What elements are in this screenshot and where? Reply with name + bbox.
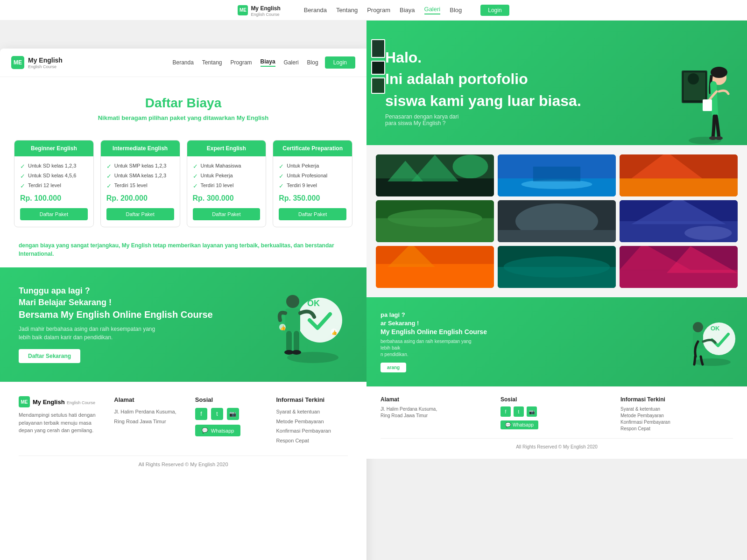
feature-beginner-1: ✓ Untuk SD kelas 1,2,3 [20,163,88,170]
rf-twitter-icon[interactable]: t [514,406,524,417]
svg-rect-4 [285,308,300,332]
frame-3 [371,77,385,94]
left-nav-beranda[interactable]: Beranda [172,59,193,66]
rf-whatsapp-label: Whatsapp [513,422,534,427]
check-icon-1: ✓ [20,163,25,170]
global-nav-biaya[interactable]: Biaya [400,7,415,14]
rf-info-link-3[interactable]: Konfirmasi Pembayaran [620,420,733,425]
rf-address-col: Alamat Jl. Halim Perdana Kusuma, Ring Ro… [381,396,493,433]
svg-text:👍: 👍 [280,325,286,331]
check-icon-7: ✓ [193,163,198,170]
global-nav-beranda[interactable]: Beranda [304,7,327,14]
footer-info-link-4[interactable]: Respon Cepat [276,437,348,445]
check-icon-5: ✓ [106,173,112,180]
left-nav-program[interactable]: Program [231,59,252,66]
global-nav-blog[interactable]: Blog [450,7,462,14]
left-nav-tentang[interactable]: Tentang [202,59,222,66]
gallery-grid [366,145,747,297]
whatsapp-label: Whatsapp [211,428,234,434]
right-footer: Alamat Jl. Halim Perdana Kusuma, Ring Ro… [366,386,747,459]
global-nav-galeri[interactable]: Galeri [424,6,441,14]
svg-rect-34 [620,178,738,196]
pricing-card-certificate: Certificate Preparation ✓ Untuk Pekerja … [273,140,352,227]
footer-brand-name: My English [33,399,65,406]
frame-1 [371,39,385,58]
right-cta-banner: pa lagi ? ar Sekarang ! My English Onlin… [366,297,747,386]
left-nav-biaya[interactable]: Biaya [261,58,275,67]
pricing-section: Daftar Biaya Nikmati beragam pilihan pak… [0,77,366,131]
rf-info-link-1[interactable]: Syarat & ketentuan [620,406,733,412]
gallery-item-9 [620,246,738,288]
left-footer: ME My English English Course Mendampingi… [0,382,366,476]
daftar-btn-beginner[interactable]: Daftar Paket [20,208,88,220]
gallery-item-4 [376,200,494,242]
footer-grid: ME My English English Course Mendampingi… [19,396,348,446]
rf-social-col: Sosial f t 📷 💬 Whatsapp [500,396,613,433]
cta-line3: Bersama My English Online English Course [19,309,213,320]
svg-rect-6 [294,331,299,352]
right-cta-line3: My English Online English Course [381,328,487,336]
rf-info-col: Informasi Terkini Syarat & ketentuan Met… [620,396,733,433]
global-brand-sub: English Course [251,12,280,17]
global-nav-program[interactable]: Program [367,7,390,14]
check-icon-3: ✓ [20,182,25,189]
global-brand-name: My English [251,5,280,12]
whatsapp-button[interactable]: 💬 Whatsapp [195,425,241,436]
check-icon-12: ✓ [279,182,284,189]
cta-daftar-button[interactable]: Daftar Sekarang [19,349,80,363]
rf-info-link-2[interactable]: Metode Pembayaran [620,413,733,418]
left-nav-links: Beranda Tentang Program Biaya Galeri Blo… [172,58,318,67]
rf-facebook-icon[interactable]: f [500,406,511,417]
rf-address-title: Alamat [381,396,493,403]
price-certificate: Rp. 350.000 [279,194,346,203]
svg-rect-50 [376,264,494,288]
svg-point-48 [684,226,732,240]
cta-banner: Tunggu apa lagi ? Mari Belajar Sekarang … [0,267,366,382]
footer-logo: ME My English English Course [19,396,105,407]
footer-info-link-2[interactable]: Metode Pembayaran [276,418,348,426]
rf-whatsapp-button[interactable]: 💬 Whatsapp [500,420,538,429]
rf-instagram-icon[interactable]: 📷 [527,406,537,417]
rf-info-link-4[interactable]: Respon Cepat [620,426,733,431]
card-header-certificate: Certificate Preparation [273,140,352,156]
left-brand-name: My English [28,56,63,64]
svg-rect-5 [286,331,292,352]
feature-expert-2: ✓ Untuk Pekerja [193,173,261,180]
footer-address-col: Alamat Jl. Halim Perdana Kusuma, Ring Ro… [114,396,186,446]
card-header-beginner: Beginner English [14,140,93,156]
feature-expert-1: ✓ Untuk Mahasiswa [193,163,261,170]
feature-expert-3: ✓ Terdiri 10 level [193,182,261,189]
svg-point-19 [711,67,727,78]
daftar-btn-certificate[interactable]: Daftar Paket [279,208,346,220]
feature-beginner-2: ✓ Untuk SD kelas 4,5,6 [20,173,88,180]
pricing-subtitle-brand: My English [237,114,269,121]
left-nav-blog[interactable]: Blog [307,59,318,66]
footer-info-title: Informasi Terkini [276,396,348,403]
daftar-btn-intermediate[interactable]: Daftar Paket [106,208,174,220]
svg-rect-43 [498,230,616,242]
daftar-btn-expert[interactable]: Daftar Paket [193,208,261,220]
left-nav-galeri[interactable]: Galeri [284,59,299,66]
svg-text:OK: OK [307,299,320,308]
global-nav-tentang[interactable]: Tentang [336,7,358,14]
instagram-icon[interactable]: 📷 [227,408,239,420]
footer-info-link-1[interactable]: Syarat & ketentuan [276,408,348,416]
feature-cert-3: ✓ Terdiri 9 level [279,182,346,189]
svg-point-22 [715,136,723,140]
rf-info-title: Informasi Terkini [620,396,733,403]
footer-social-icons: f t 📷 [195,408,267,420]
global-login-button[interactable]: Login [480,5,509,16]
facebook-icon[interactable]: f [195,408,207,420]
gallery-item-3 [620,154,738,196]
card-body-certificate: ✓ Untuk Pekerja ✓ Untuk Profesional ✓ Te… [273,156,352,227]
footer-info-link-3[interactable]: Konfirmasi Pembayaran [276,427,348,435]
gallery-item-2 [498,154,616,196]
feature-intermediate-3: ✓ Terdiri 15 level [106,182,174,189]
footer-info-col: Informasi Terkini Syarat & ketentuan Met… [276,396,348,446]
footer-brand-desc: Mendampingi setulus hati dengan pelayana… [19,411,105,434]
global-brand: ME My English English Course [238,4,280,17]
left-login-button[interactable]: Login [325,56,355,69]
twitter-icon[interactable]: t [211,408,223,420]
right-cta-daftar-button[interactable]: arang [381,363,406,372]
side-frames [371,39,385,94]
